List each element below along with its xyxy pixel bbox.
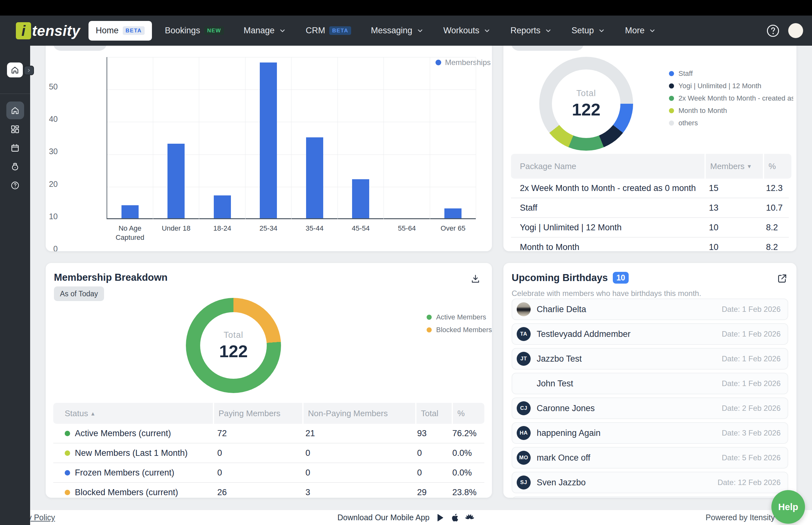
nav-item-label: CRM	[306, 26, 326, 35]
table-row[interactable]: Frozen Members (current)0000.0%	[53, 463, 484, 483]
gridline	[107, 154, 476, 155]
nav-item-reports[interactable]: Reports	[500, 21, 562, 41]
top-navigation: i tensity HomeBETABookingsNEWManageCRMBE…	[0, 16, 812, 46]
legend-item[interactable]: others	[669, 119, 793, 127]
sidebar-home-button[interactable]	[7, 62, 23, 77]
dashboard-icon	[11, 125, 20, 134]
birthday-list-item[interactable]: Charlie DeltaDate: 1 Feb 2026	[512, 299, 788, 320]
sidebar-item-dashboard[interactable]	[6, 120, 24, 138]
member-initials-avatar: SJ	[517, 476, 531, 490]
nav-item-home[interactable]: HomeBETA	[89, 21, 152, 41]
birthday-date: Date: 1 Feb 2026	[722, 305, 781, 314]
cell: 15	[705, 183, 762, 193]
chevron-down-icon	[649, 27, 656, 34]
card-title: Membership Breakdown	[54, 272, 167, 283]
legend-item[interactable]: Staff	[669, 70, 793, 78]
cell: 29	[413, 487, 448, 497]
cell: 23.8%	[448, 487, 484, 497]
x-axis-label: 45-54	[338, 224, 384, 233]
birthday-list-item[interactable]: TATestlevyadd AddmemberDate: 1 Feb 2026	[512, 323, 788, 345]
open-external-button[interactable]	[777, 273, 787, 285]
table-row[interactable]: Staff1310.7	[511, 198, 789, 218]
sidebar-item-calendar[interactable]	[6, 139, 24, 157]
member-name: happening Again	[537, 428, 600, 438]
cell: 12.3	[762, 183, 789, 193]
user-avatar[interactable]	[788, 23, 803, 38]
table-row[interactable]: Month to Month108.2	[511, 238, 789, 251]
member-initials-avatar: MO	[517, 451, 531, 465]
gridline	[107, 122, 476, 122]
status-dot	[65, 431, 70, 436]
column-header-members[interactable]: Members▾	[706, 154, 763, 179]
package-breakdown-card: Active + Blocked Total 122 StaffYogi | U…	[503, 27, 796, 251]
nav-item-label: Bookings	[165, 26, 200, 35]
birthday-list-item-partial[interactable]	[512, 496, 788, 498]
google-play-icon[interactable]	[436, 513, 445, 523]
nav-item-messaging[interactable]: Messaging	[361, 21, 434, 41]
nav-item-bookings[interactable]: BookingsNEW	[155, 21, 234, 41]
donut-total-label: Total	[576, 89, 596, 98]
birthday-list: Charlie DeltaDate: 1 Feb 2026TATestlevya…	[512, 299, 788, 498]
member-name: Charlie Delta	[537, 304, 586, 314]
sidebar-item-money-bag[interactable]	[6, 158, 24, 176]
huawei-icon[interactable]	[465, 513, 475, 523]
member-name: John Test	[537, 379, 573, 389]
nav-item-label: Home	[96, 26, 119, 35]
table-row[interactable]: Active Members (current)72219376.2%	[53, 424, 484, 444]
nav-item-label: Setup	[572, 26, 594, 35]
birthday-count-badge: 10	[613, 272, 629, 284]
logo-icon: i	[16, 22, 31, 39]
page-footer: Privacy Policy Download Our Mobile App P…	[0, 510, 812, 525]
legend-item[interactable]: 2x Week Month to Month - created as 0...	[669, 94, 793, 103]
help-icon	[11, 181, 20, 190]
bar-35-44	[306, 137, 323, 219]
status-label: New Members (Last 1 Month)	[75, 448, 188, 458]
nav-item-workouts[interactable]: Workouts	[434, 21, 501, 41]
legend-item[interactable]: Active Members	[426, 313, 492, 321]
legend-item[interactable]: Blocked Members	[426, 326, 492, 334]
app-logo[interactable]: i tensity	[16, 22, 80, 39]
package-table-body: 2x Week Month to Month - created as 0 mo…	[511, 179, 789, 251]
gridline	[107, 57, 476, 57]
y-axis-label: 30	[46, 147, 58, 156]
sidebar-expand-toggle[interactable]	[24, 66, 34, 75]
sidebar-item-home[interactable]	[6, 102, 24, 119]
table-row[interactable]: Yogi | Unlimited | 12 Month108.2	[511, 218, 789, 238]
gridline-vertical	[384, 57, 384, 219]
x-axis-label: 25-34	[245, 224, 292, 233]
birthday-list-item[interactable]: SJSven JazzboDate: 12 Feb 2026	[512, 472, 788, 493]
x-axis-label: 18-24	[199, 224, 245, 233]
help-circle-icon[interactable]	[766, 24, 780, 38]
birthday-list-item[interactable]: CJCaronne JonesDate: 2 Feb 2026	[512, 397, 788, 419]
sidebar-item-help[interactable]	[6, 176, 24, 194]
gridline-vertical	[199, 57, 199, 219]
gridline-vertical	[245, 57, 245, 219]
member-initials-avatar: CJ	[517, 401, 531, 415]
bar-over-65	[445, 208, 462, 218]
help-fab[interactable]: Help	[771, 490, 805, 524]
column-header-status[interactable]: Status▴	[53, 403, 213, 424]
apple-icon[interactable]	[450, 513, 460, 523]
birthday-date: Date: 5 Feb 2026	[722, 453, 781, 462]
legend-label: Staff	[678, 70, 693, 78]
nav-item-manage[interactable]: Manage	[234, 21, 296, 41]
nav-item-more[interactable]: More	[615, 21, 666, 41]
birthdays-subtitle: Celebrate with members who have birthday…	[512, 289, 701, 298]
legend-item[interactable]: Month to Month	[669, 107, 793, 115]
column-header-total: Total	[417, 403, 452, 424]
table-row[interactable]: 2x Week Month to Month - created as 0 mo…	[511, 179, 789, 198]
nav-item-crm[interactable]: CRMBETA	[296, 21, 361, 41]
birthday-list-item[interactable]: HAhappening AgainDate: 3 Feb 2026	[512, 422, 788, 444]
nav-item-setup[interactable]: Setup	[562, 21, 615, 41]
legend-item[interactable]: Yogi | Unlimited | 12 Month	[669, 82, 793, 90]
x-axis-label: 35-44	[291, 224, 338, 233]
as-of-today-chip[interactable]: As of Today	[54, 286, 104, 301]
download-button[interactable]	[470, 274, 481, 285]
cell: 93	[413, 429, 448, 438]
cell: 26	[213, 487, 301, 497]
birthday-list-item[interactable]: MOmark Once offDate: 5 Feb 2026	[512, 447, 788, 468]
birthday-list-item[interactable]: JTJazzbo TestDate: 1 Feb 2026	[512, 348, 788, 370]
birthday-list-item[interactable]: John TestDate: 1 Feb 2026	[512, 373, 788, 394]
table-row[interactable]: New Members (Last 1 Month)0000.0%	[53, 444, 484, 463]
table-row[interactable]: Blocked Members (current)2632923.8%	[53, 483, 484, 498]
